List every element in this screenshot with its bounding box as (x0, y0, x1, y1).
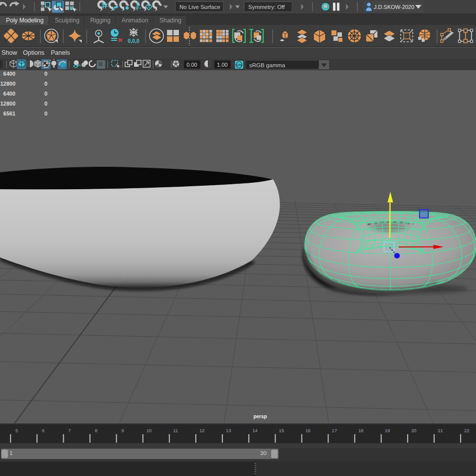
svg-text:15: 15 (279, 428, 284, 433)
svg-text:16: 16 (306, 428, 311, 433)
svg-text:13: 13 (226, 428, 231, 433)
svg-text:12: 12 (199, 428, 204, 433)
svg-text:9: 9 (121, 428, 124, 433)
svg-text:22: 22 (464, 428, 469, 433)
svg-text:Symmetry: Off: Symmetry: Off (248, 4, 285, 10)
svg-text:21: 21 (438, 428, 443, 433)
svg-text:5: 5 (15, 428, 18, 433)
svg-text:17: 17 (332, 428, 337, 433)
svg-text:1.00: 1.00 (217, 62, 227, 68)
svg-text:No Live Surface: No Live Surface (179, 4, 220, 10)
svg-text:6: 6 (42, 428, 44, 433)
svg-text:sRGB gamma: sRGB gamma (249, 62, 286, 68)
svg-text:19: 19 (385, 428, 390, 433)
svg-text:11: 11 (173, 428, 178, 433)
svg-text:18: 18 (358, 428, 363, 433)
svg-text:14: 14 (252, 428, 257, 433)
svg-text:0,0,0: 0,0,0 (128, 38, 140, 44)
svg-text:20: 20 (411, 428, 416, 433)
svg-text:0.00: 0.00 (186, 62, 197, 68)
svg-text:ON: ON (236, 63, 242, 67)
svg-text:8: 8 (95, 428, 97, 433)
svg-text:10: 10 (147, 428, 152, 433)
svg-text:persp: persp (253, 414, 267, 419)
svg-text:J.D.SKOW-2020: J.D.SKOW-2020 (374, 4, 414, 10)
svg-text:7: 7 (68, 428, 71, 433)
